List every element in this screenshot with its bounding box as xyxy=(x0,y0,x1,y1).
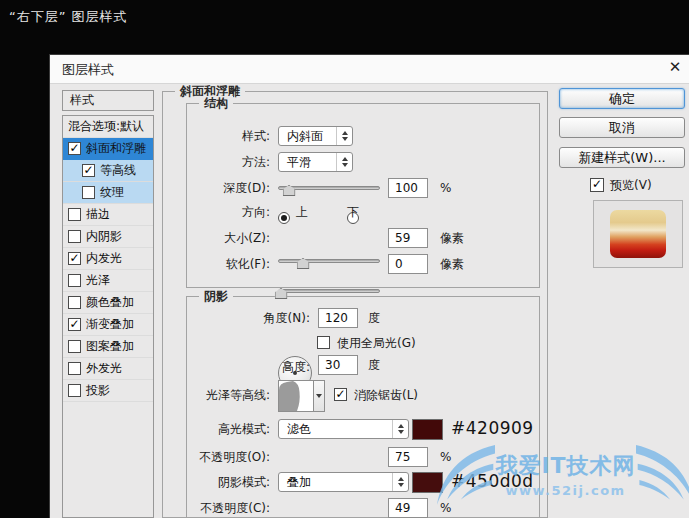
direction-down-label: 下 xyxy=(347,202,359,222)
soften-slider[interactable] xyxy=(278,289,380,293)
highlight-opacity-unit: % xyxy=(440,447,451,467)
style-item-checkbox[interactable] xyxy=(68,384,81,397)
depth-slider-thumb[interactable] xyxy=(283,185,296,196)
style-item-checkbox[interactable]: ✓ xyxy=(68,142,81,155)
depth-slider[interactable] xyxy=(278,186,380,190)
style-item-label: 光泽 xyxy=(86,272,110,289)
depth-label: 深度(D): xyxy=(180,178,270,198)
highlight-opacity-input[interactable]: 75 xyxy=(388,447,428,467)
technique-label: 方法: xyxy=(180,152,270,172)
style-item-checkbox[interactable]: ✓ xyxy=(68,252,81,265)
chevron-down-icon xyxy=(316,394,322,398)
style-label: 样式: xyxy=(180,126,270,146)
style-list-item-5[interactable]: 内阴影 xyxy=(63,226,153,248)
altitude-label: 高度: xyxy=(220,357,310,377)
style-item-label: 纹理 xyxy=(100,184,124,201)
cancel-button[interactable]: 取消 xyxy=(559,117,685,138)
gloss-contour-label: 光泽等高线: xyxy=(180,385,270,405)
highlight-opacity-label: 不透明度(O): xyxy=(180,447,270,467)
angle-label: 角度(N): xyxy=(220,308,310,328)
gloss-contour-dropdown-arrow[interactable] xyxy=(314,380,325,412)
shadow-opacity-input[interactable]: 49 xyxy=(388,498,428,518)
style-item-checkbox[interactable]: ✓ xyxy=(82,164,95,177)
style-list-item-2[interactable]: ✓等高线 xyxy=(63,160,153,182)
anti-alias-label: 消除锯齿(L) xyxy=(354,385,418,405)
highlight-mode-dropdown[interactable]: 滤色 xyxy=(278,419,409,439)
style-list-item-4[interactable]: 描边 xyxy=(63,204,153,226)
layer-preview-image xyxy=(610,210,666,258)
updown-arrows-icon xyxy=(392,420,408,438)
style-item-checkbox[interactable]: ✓ xyxy=(68,318,81,331)
size-slider[interactable] xyxy=(278,259,380,263)
style-list-item-11[interactable]: 外发光 xyxy=(63,358,153,380)
style-list-item-12[interactable]: 投影 xyxy=(63,380,153,402)
ok-button[interactable]: 确定 xyxy=(559,88,685,109)
dialog-titlebar: 图层样式 ✕ xyxy=(50,55,689,84)
style-item-checkbox[interactable] xyxy=(68,230,81,243)
style-item-checkbox[interactable] xyxy=(68,362,81,375)
style-list-item-1[interactable]: ✓斜面和浮雕 xyxy=(63,138,153,160)
contour-curve-icon xyxy=(279,381,313,411)
style-item-label: 描边 xyxy=(86,206,110,223)
shadow-mode-value: 叠加 xyxy=(279,474,392,491)
highlight-mode-label: 高光模式: xyxy=(180,419,270,439)
size-slider-thumb[interactable] xyxy=(297,258,310,269)
style-item-label: 图案叠加 xyxy=(86,338,134,355)
close-icon[interactable]: ✕ xyxy=(666,58,684,76)
direction-up-radio[interactable] xyxy=(278,212,290,224)
size-unit: 像素 xyxy=(440,228,464,248)
gloss-contour-thumbnail[interactable] xyxy=(278,380,314,412)
anti-alias-checkbox[interactable]: ✓ xyxy=(334,388,347,401)
shadow-opacity-label: 不透明度(C): xyxy=(180,498,270,518)
highlight-mode-value: 滤色 xyxy=(279,421,392,438)
direction-up-label: 上 xyxy=(296,202,308,222)
technique-dropdown-value: 平滑 xyxy=(279,154,336,171)
shadow-hex-annotation: #450d0d xyxy=(451,470,534,492)
style-item-label: 渐变叠加 xyxy=(86,316,134,333)
style-item-checkbox[interactable] xyxy=(68,208,81,221)
style-list-item-7[interactable]: 光泽 xyxy=(63,270,153,292)
style-dropdown-value: 内斜面 xyxy=(279,128,336,145)
style-item-checkbox[interactable] xyxy=(82,186,95,199)
depth-input[interactable]: 100 xyxy=(388,178,428,198)
angle-unit: 度 xyxy=(368,308,380,328)
style-list-item-0[interactable]: 混合选项:默认 xyxy=(63,116,153,138)
style-item-label: 内阴影 xyxy=(86,228,122,245)
altitude-input[interactable]: 30 xyxy=(318,355,358,375)
window-caption: “右下层” 图层样式 xyxy=(9,8,128,26)
style-list-item-8[interactable]: 颜色叠加 xyxy=(63,292,153,314)
angle-input[interactable]: 120 xyxy=(318,308,358,328)
shadow-mode-dropdown[interactable]: 叠加 xyxy=(278,472,409,492)
styles-list: 混合选项:默认✓斜面和浮雕✓等高线纹理描边内阴影✓内发光光泽颜色叠加✓渐变叠加图… xyxy=(62,115,154,518)
style-item-checkbox[interactable] xyxy=(68,296,81,309)
shadow-opacity-unit: % xyxy=(440,498,451,518)
shadow-color-swatch[interactable] xyxy=(412,472,443,493)
updown-arrows-icon xyxy=(336,127,352,145)
highlight-color-swatch[interactable] xyxy=(412,419,443,440)
preview-thumbnail-box xyxy=(593,200,683,268)
style-item-checkbox[interactable] xyxy=(68,340,81,353)
soften-label: 软化(F): xyxy=(180,254,270,274)
style-list-item-3[interactable]: 纹理 xyxy=(63,182,153,204)
updown-arrows-icon xyxy=(336,153,352,171)
soften-input[interactable]: 0 xyxy=(388,254,428,274)
global-light-checkbox[interactable] xyxy=(317,336,330,349)
shading-group-title: 阴影 xyxy=(199,289,233,304)
style-item-checkbox[interactable] xyxy=(68,274,81,287)
structure-group-title: 结构 xyxy=(199,96,233,111)
new-style-button[interactable]: 新建样式(W)... xyxy=(559,147,685,168)
style-item-label: 混合选项:默认 xyxy=(68,118,144,135)
size-label: 大小(Z): xyxy=(180,228,270,248)
style-item-label: 等高线 xyxy=(100,162,136,179)
style-list-item-10[interactable]: 图案叠加 xyxy=(63,336,153,358)
updown-arrows-icon xyxy=(392,473,408,491)
preview-label: 预览(V) xyxy=(610,175,652,195)
size-input[interactable]: 59 xyxy=(388,228,428,248)
style-item-label: 投影 xyxy=(86,382,110,399)
style-list-item-9[interactable]: ✓渐变叠加 xyxy=(63,314,153,336)
depth-unit: % xyxy=(440,178,451,198)
style-dropdown[interactable]: 内斜面 xyxy=(278,126,353,146)
preview-checkbox[interactable]: ✓ xyxy=(590,178,604,192)
style-list-item-6[interactable]: ✓内发光 xyxy=(63,248,153,270)
technique-dropdown[interactable]: 平滑 xyxy=(278,152,353,172)
